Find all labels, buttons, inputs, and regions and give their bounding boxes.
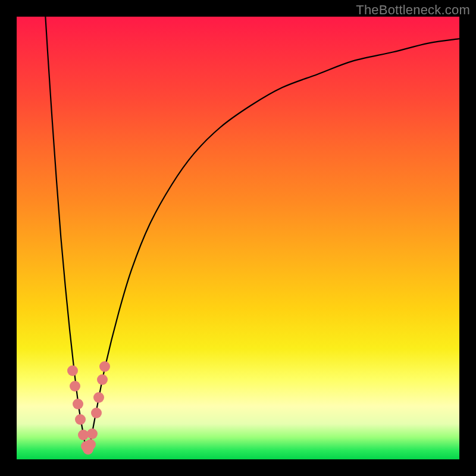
data-marker <box>97 374 108 385</box>
chart-container: TheBottleneck.com <box>0 0 476 476</box>
data-marker <box>85 439 96 450</box>
marker-layer <box>17 17 459 459</box>
attribution-text: TheBottleneck.com <box>356 2 470 18</box>
data-marker <box>87 428 98 439</box>
plot-area <box>17 17 459 459</box>
data-marker <box>73 399 83 409</box>
data-marker <box>99 361 110 372</box>
data-marker <box>75 414 86 425</box>
data-marker <box>91 408 102 418</box>
data-marker <box>70 381 80 392</box>
data-marker <box>93 392 104 403</box>
data-marker <box>67 365 78 376</box>
